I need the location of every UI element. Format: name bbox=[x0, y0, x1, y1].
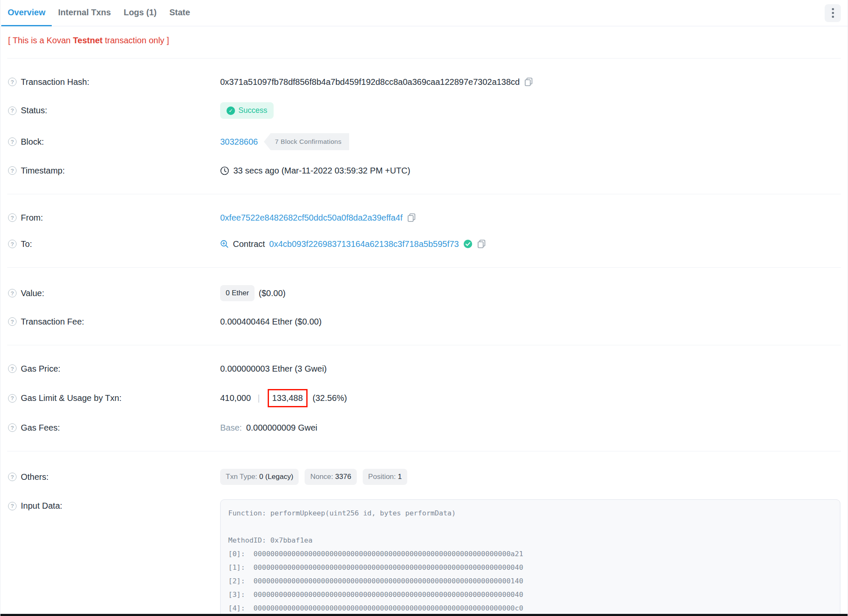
label-gas-fees: ? Gas Fees: bbox=[8, 423, 220, 433]
copy-from-button[interactable] bbox=[407, 213, 417, 222]
status-badge: ✓ Success bbox=[220, 102, 274, 119]
label-transaction-hash: ? Transaction Hash: bbox=[8, 77, 220, 87]
row-label: Value: bbox=[21, 288, 44, 298]
badge-name: Txn Type: bbox=[226, 473, 257, 481]
row-label: Transaction Fee: bbox=[21, 317, 84, 327]
help-icon: ? bbox=[8, 473, 17, 481]
block-number-link[interactable]: 30328606 bbox=[220, 137, 258, 147]
row-value: ? Value: 0 Ether ($0.00) bbox=[0, 278, 848, 308]
help-icon: ? bbox=[8, 423, 17, 432]
transaction-detail-page: Overview Internal Txns Logs (1) State [ … bbox=[0, 0, 848, 616]
tab-internal-txns[interactable]: Internal Txns bbox=[52, 0, 117, 26]
help-icon: ? bbox=[8, 364, 17, 373]
gas-separator: | bbox=[255, 393, 262, 403]
copy-txhash-button[interactable] bbox=[524, 78, 534, 87]
row-label: To: bbox=[21, 239, 32, 249]
verified-check-icon bbox=[463, 239, 473, 249]
help-icon: ? bbox=[8, 502, 17, 510]
help-icon: ? bbox=[8, 289, 17, 297]
position-badge: Position: 1 bbox=[363, 469, 407, 485]
tab-overview[interactable]: Overview bbox=[1, 0, 52, 26]
row-label: Block: bbox=[21, 137, 44, 147]
row-block: ? Block: 30328606 7 Block Confirmations bbox=[0, 126, 848, 157]
notice-bold: Testnet bbox=[73, 36, 103, 45]
label-gas-limit-usage: ? Gas Limit & Usage by Txn: bbox=[8, 393, 220, 403]
from-address-link[interactable]: 0xfee7522e8482682cf50ddc50a0f8da2a39effa… bbox=[220, 213, 403, 223]
help-icon: ? bbox=[8, 394, 17, 403]
row-to: ? To: Contract 0x4cb093f226983713164a621… bbox=[0, 231, 848, 257]
transaction-hash-value: 0x371a51097fb78df856f8b4a7bd459f192d8cc8… bbox=[220, 77, 520, 87]
label-gas-price: ? Gas Price: bbox=[8, 364, 220, 374]
label-timestamp: ? Timestamp: bbox=[8, 166, 220, 176]
status-text: Success bbox=[238, 106, 267, 115]
badge-value: 3376 bbox=[335, 473, 351, 481]
help-icon: ? bbox=[8, 166, 17, 175]
gas-used-percent: (32.56%) bbox=[313, 393, 347, 403]
notice-suffix: transaction only ] bbox=[103, 36, 169, 45]
help-icon: ? bbox=[8, 240, 17, 248]
highlight-box: 133,488 bbox=[268, 389, 308, 407]
txn-type-badge: Txn Type: 0 (Legacy) bbox=[220, 469, 299, 485]
to-address-link[interactable]: 0x4cb093f226983713164a62138c3f718a5b595f… bbox=[269, 239, 459, 249]
nonce-badge: Nonce: 3376 bbox=[305, 469, 356, 485]
input-data-textarea[interactable]: Function: performUpkeep(uint256 id, byte… bbox=[220, 499, 840, 616]
testnet-notice: [ This is a Kovan Testnet transaction on… bbox=[0, 26, 848, 58]
copy-icon bbox=[478, 240, 486, 249]
input-data-content: Function: performUpkeep(uint256 id, byte… bbox=[228, 507, 832, 616]
gas-fees-base-label: Base: bbox=[220, 423, 242, 433]
label-input-data: ? Input Data: bbox=[8, 499, 220, 511]
row-transaction-fee: ? Transaction Fee: 0.000400464 Ether ($0… bbox=[0, 308, 848, 335]
help-icon: ? bbox=[8, 213, 17, 222]
row-timestamp: ? Timestamp: 33 secs ago (Mar-11-2022 03… bbox=[0, 157, 848, 184]
label-others: ? Others: bbox=[8, 472, 220, 482]
label-to: ? To: bbox=[8, 239, 220, 249]
badge-value: 0 (Legacy) bbox=[259, 473, 293, 481]
label-block: ? Block: bbox=[8, 137, 220, 147]
badge-name: Nonce: bbox=[310, 473, 333, 481]
zoom-in-icon[interactable] bbox=[220, 240, 229, 248]
row-input-data: ? Input Data: Function: performUpkeep(ui… bbox=[0, 492, 848, 616]
copy-icon bbox=[408, 213, 416, 222]
row-from: ? From: 0xfee7522e8482682cf50ddc50a0f8da… bbox=[0, 204, 848, 231]
row-label: Transaction Hash: bbox=[21, 77, 90, 87]
label-transaction-fee: ? Transaction Fee: bbox=[8, 317, 220, 327]
gas-fees-base-value: 0.000000009 Gwei bbox=[246, 423, 317, 433]
block-confirmations-badge: 7 Block Confirmations bbox=[264, 133, 349, 150]
row-gas-fees: ? Gas Fees: Base: 0.000000009 Gwei bbox=[0, 414, 848, 441]
section-overview-top: ? Transaction Hash: 0x371a51097fb78df856… bbox=[0, 59, 848, 194]
to-kind: Contract bbox=[233, 239, 265, 249]
badge-name: Position: bbox=[368, 473, 396, 481]
bottom-edge bbox=[0, 614, 848, 616]
gas-price-value: 0.000000003 Ether (3 Gwei) bbox=[220, 364, 327, 374]
help-icon: ? bbox=[8, 78, 17, 86]
transaction-fee-value: 0.000400464 Ether ($0.00) bbox=[220, 317, 322, 327]
gas-used-value: 133,488 bbox=[272, 393, 303, 403]
label-value: ? Value: bbox=[8, 288, 220, 298]
row-label: Gas Limit & Usage by Txn: bbox=[21, 393, 122, 403]
row-gas-limit-usage: ? Gas Limit & Usage by Txn: 410,000 | 13… bbox=[0, 382, 848, 414]
gas-limit-value: 410,000 bbox=[220, 393, 251, 403]
help-icon: ? bbox=[8, 317, 17, 326]
row-label: From: bbox=[21, 213, 43, 223]
section-parties: ? From: 0xfee7522e8482682cf50ddc50a0f8da… bbox=[0, 194, 848, 267]
copy-to-button[interactable] bbox=[477, 240, 487, 249]
tab-state[interactable]: State bbox=[163, 0, 196, 26]
tab-logs[interactable]: Logs (1) bbox=[117, 0, 163, 26]
row-label: Others: bbox=[21, 472, 49, 482]
clock-icon bbox=[220, 166, 229, 175]
row-others: ? Others: Txn Type: 0 (Legacy) Nonce: 33… bbox=[0, 462, 848, 492]
value-usd: ($0.00) bbox=[259, 288, 285, 298]
row-gas-price: ? Gas Price: 0.000000003 Ether (3 Gwei) bbox=[0, 356, 848, 382]
section-gas: ? Gas Price: 0.000000003 Ether (3 Gwei) … bbox=[0, 345, 848, 451]
value-ether-badge: 0 Ether bbox=[220, 285, 255, 301]
row-label: Gas Price: bbox=[21, 364, 60, 374]
label-status: ? Status: bbox=[8, 106, 220, 115]
row-label: Status: bbox=[21, 106, 47, 115]
section-others: ? Others: Txn Type: 0 (Legacy) Nonce: 33… bbox=[0, 451, 848, 616]
copy-icon bbox=[525, 78, 533, 87]
section-value: ? Value: 0 Ether ($0.00) ? Transaction F… bbox=[0, 268, 848, 345]
row-label: Input Data: bbox=[21, 501, 62, 511]
notice-prefix: [ This is a Kovan bbox=[8, 36, 73, 45]
row-transaction-hash: ? Transaction Hash: 0x371a51097fb78df856… bbox=[0, 69, 848, 95]
more-options-button[interactable] bbox=[825, 4, 841, 22]
